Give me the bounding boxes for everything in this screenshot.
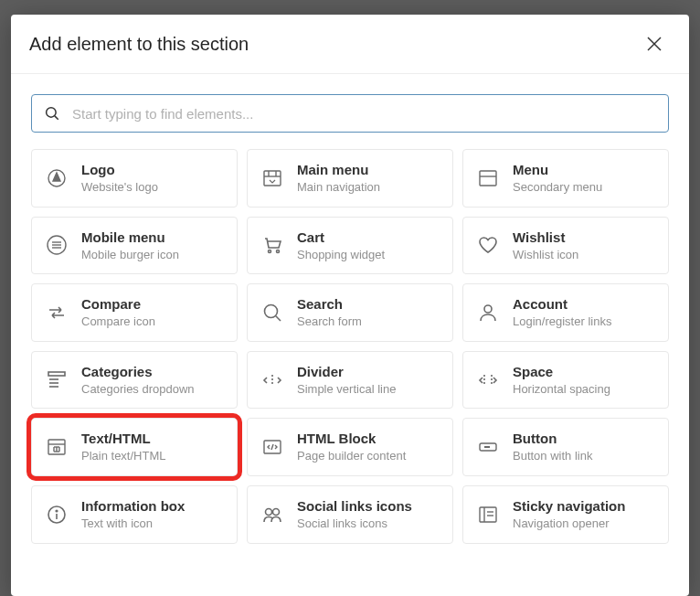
element-card-button[interactable]: Button Button with link xyxy=(462,418,669,476)
svg-line-18 xyxy=(276,316,281,321)
element-card-compare[interactable]: Compare Compare icon xyxy=(31,283,238,342)
modal-title: Add element to this section xyxy=(29,34,249,55)
card-desc: Horizontal spacing xyxy=(513,382,610,397)
heart-icon xyxy=(476,233,500,257)
svg-point-17 xyxy=(265,304,278,317)
button-icon xyxy=(476,435,500,459)
svg-point-42 xyxy=(273,508,280,515)
card-desc: Wishlist icon xyxy=(513,248,578,262)
card-desc: Categories dropdown xyxy=(81,382,195,397)
element-card-categories[interactable]: Categories Categories dropdown xyxy=(31,351,238,410)
card-desc: Button with link xyxy=(513,449,592,463)
card-desc: Shopping widget xyxy=(297,248,385,262)
card-title: Sticky navigation xyxy=(513,498,625,515)
element-card-menu[interactable]: Menu Secondary menu xyxy=(462,149,669,208)
card-title: Divider xyxy=(297,364,396,380)
element-card-main-menu[interactable]: Main menu Main navigation xyxy=(247,149,453,208)
info-icon xyxy=(45,503,69,527)
card-desc: Text with icon xyxy=(81,516,185,531)
element-card-text-html[interactable]: Text/HTML Plain text/HTML xyxy=(31,418,238,476)
close-button[interactable] xyxy=(642,31,667,57)
element-card-info-box[interactable]: Information box Text with icon xyxy=(31,485,238,544)
card-title: Text/HTML xyxy=(81,431,165,447)
svg-rect-9 xyxy=(480,171,496,186)
space-icon xyxy=(476,368,500,392)
elements-grid: Logo Website's logo Main menu Ma xyxy=(31,149,669,544)
element-card-html-block[interactable]: HTML Block Page builder content xyxy=(247,418,453,476)
card-text: Social links icons Social links icons xyxy=(297,498,412,531)
svg-point-39 xyxy=(56,510,58,512)
modal-body: Logo Website's logo Main menu Ma xyxy=(11,74,689,596)
search-input[interactable] xyxy=(31,94,669,133)
card-text: Divider Simple vertical line xyxy=(297,364,396,397)
card-text: Account Login/register links xyxy=(513,296,611,329)
menu-icon xyxy=(476,166,500,190)
main-menu-icon xyxy=(260,166,284,190)
search-wrap xyxy=(31,94,669,133)
element-card-search[interactable]: Search Search form xyxy=(247,283,453,342)
compare-icon xyxy=(45,301,69,325)
element-card-wishlist[interactable]: Wishlist Wishlist icon xyxy=(462,217,669,275)
card-text: Wishlist Wishlist icon xyxy=(513,229,578,262)
element-card-space[interactable]: Space Horizontal spacing xyxy=(462,351,669,410)
element-card-account[interactable]: Account Login/register links xyxy=(462,283,669,342)
element-card-mobile-menu[interactable]: Mobile menu Mobile burger icon xyxy=(31,217,238,275)
card-desc: Page builder content xyxy=(297,449,406,463)
element-card-social-links[interactable]: Social links icons Social links icons xyxy=(247,485,453,544)
card-text: HTML Block Page builder content xyxy=(297,431,406,463)
card-title: Main menu xyxy=(297,162,380,178)
card-text: Information box Text with icon xyxy=(81,498,185,531)
search-icon xyxy=(260,301,284,325)
cart-icon xyxy=(260,233,284,257)
card-text: Categories Categories dropdown xyxy=(81,364,195,397)
svg-point-41 xyxy=(266,508,272,515)
sticky-nav-icon xyxy=(476,503,500,527)
svg-rect-43 xyxy=(480,507,496,522)
card-text: Button Button with link xyxy=(513,431,592,463)
svg-line-35 xyxy=(271,444,273,450)
svg-point-19 xyxy=(484,305,492,313)
card-desc: Main navigation xyxy=(297,180,380,195)
card-desc: Simple vertical line xyxy=(297,382,396,397)
html-block-icon xyxy=(260,435,284,459)
svg-point-16 xyxy=(277,250,280,253)
card-desc: Plain text/HTML xyxy=(81,449,165,463)
card-title: Space xyxy=(513,364,610,380)
card-text: Text/HTML Plain text/HTML xyxy=(81,431,165,463)
card-text: Menu Secondary menu xyxy=(513,162,602,195)
card-desc: Website's logo xyxy=(81,180,158,195)
card-text: Cart Shopping widget xyxy=(297,229,385,262)
mobile-menu-icon xyxy=(45,233,69,257)
card-title: Wishlist xyxy=(513,229,578,246)
card-text: Logo Website's logo xyxy=(81,162,158,195)
card-desc: Social links icons xyxy=(297,516,412,531)
svg-rect-20 xyxy=(48,372,65,376)
card-title: Categories xyxy=(81,364,195,380)
card-title: Menu xyxy=(513,162,602,178)
card-title: Information box xyxy=(81,498,185,515)
social-icon xyxy=(260,503,284,527)
card-text: Sticky navigation Navigation opener xyxy=(513,498,625,531)
card-desc: Compare icon xyxy=(81,314,155,329)
add-element-modal: Add element to this section xyxy=(11,15,689,596)
card-text: Mobile menu Mobile burger icon xyxy=(81,229,179,262)
card-title: Search xyxy=(297,296,362,313)
logo-icon xyxy=(45,166,69,190)
card-title: Compare xyxy=(81,296,155,313)
divider-icon xyxy=(260,368,284,392)
card-title: HTML Block xyxy=(297,431,406,447)
card-title: Button xyxy=(513,431,592,447)
card-text: Space Horizontal spacing xyxy=(513,364,610,397)
card-title: Account xyxy=(513,296,611,313)
close-icon xyxy=(645,35,663,53)
card-desc: Login/register links xyxy=(513,314,611,329)
card-desc: Navigation opener xyxy=(513,516,625,531)
account-icon xyxy=(476,301,500,325)
element-card-sticky-nav[interactable]: Sticky navigation Navigation opener xyxy=(462,485,669,544)
card-title: Logo xyxy=(81,162,158,178)
element-card-divider[interactable]: Divider Simple vertical line xyxy=(247,351,453,410)
card-desc: Search form xyxy=(297,314,362,329)
element-card-cart[interactable]: Cart Shopping widget xyxy=(247,217,453,275)
element-card-logo[interactable]: Logo Website's logo xyxy=(31,149,238,208)
text-html-icon xyxy=(45,435,69,459)
